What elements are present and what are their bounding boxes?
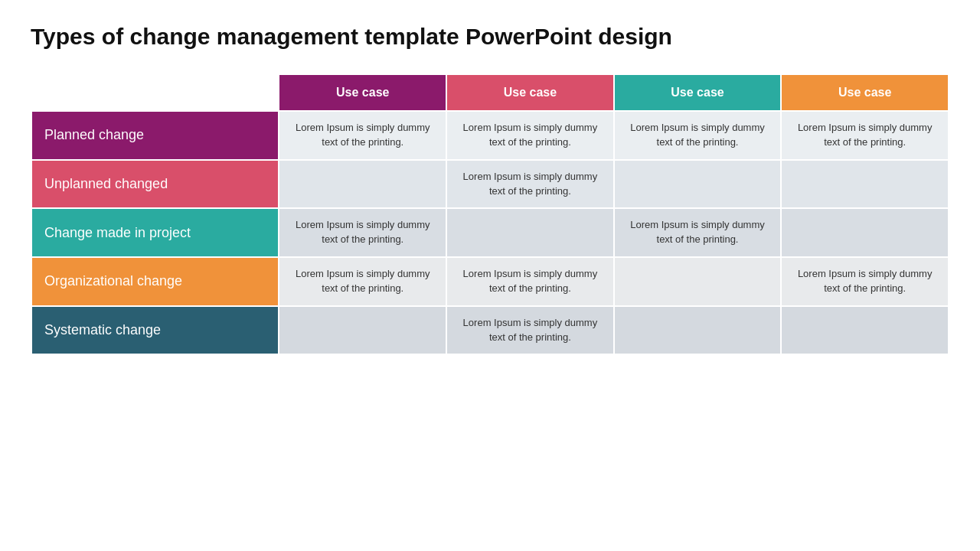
header-col2: Use case: [446, 74, 614, 111]
cell-3-4: [781, 208, 949, 257]
cell-4-3: [614, 257, 782, 306]
header-row: Use case Use case Use case Use case: [31, 74, 949, 111]
cell-2-1: [279, 160, 446, 209]
table-row: Unplanned changed Lorem Ipsum is simply …: [31, 160, 949, 209]
cell-4-1: Lorem Ipsum is simply dummy text of the …: [279, 257, 446, 306]
cell-2-4: [781, 160, 949, 209]
table-row: Organizational change Lorem Ipsum is sim…: [31, 257, 949, 306]
row-label-planned: Planned change: [31, 111, 279, 160]
cell-2-2: Lorem Ipsum is simply dummy text of the …: [446, 160, 614, 209]
table-wrapper: Use case Use case Use case Use case Plan…: [31, 73, 949, 536]
row-label-project: Change made in project: [31, 208, 279, 257]
header-col3: Use case: [614, 74, 782, 111]
cell-5-4: [781, 306, 949, 355]
cell-3-2: [446, 208, 614, 257]
page-title: Types of change management template Powe…: [31, 23, 949, 51]
cell-1-3: Lorem Ipsum is simply dummy text of the …: [614, 111, 782, 160]
cell-3-3: Lorem Ipsum is simply dummy text of the …: [614, 208, 782, 257]
cell-5-2: Lorem Ipsum is simply dummy text of the …: [446, 306, 614, 355]
cell-4-4: Lorem Ipsum is simply dummy text of the …: [781, 257, 949, 306]
cell-5-3: [614, 306, 782, 355]
cell-4-2: Lorem Ipsum is simply dummy text of the …: [446, 257, 614, 306]
cell-1-2: Lorem Ipsum is simply dummy text of the …: [446, 111, 614, 160]
row-label-systematic: Systematic change: [31, 306, 279, 355]
row-label-organizational: Organizational change: [31, 257, 279, 306]
cell-2-3: [614, 160, 782, 209]
header-empty: [31, 74, 279, 111]
table-row: Systematic change Lorem Ipsum is simply …: [31, 306, 949, 355]
cell-1-4: Lorem Ipsum is simply dummy text of the …: [781, 111, 949, 160]
cell-1-1: Lorem Ipsum is simply dummy text of the …: [279, 111, 446, 160]
row-label-unplanned: Unplanned changed: [31, 160, 279, 209]
page-container: Types of change management template Powe…: [0, 0, 980, 551]
cell-3-1: Lorem Ipsum is simply dummy text of the …: [279, 208, 446, 257]
header-col1: Use case: [279, 74, 446, 111]
table-row: Planned change Lorem Ipsum is simply dum…: [31, 111, 949, 160]
table-row: Change made in project Lorem Ipsum is si…: [31, 208, 949, 257]
main-table: Use case Use case Use case Use case Plan…: [31, 73, 949, 355]
header-col4: Use case: [781, 74, 949, 111]
cell-5-1: [279, 306, 446, 355]
